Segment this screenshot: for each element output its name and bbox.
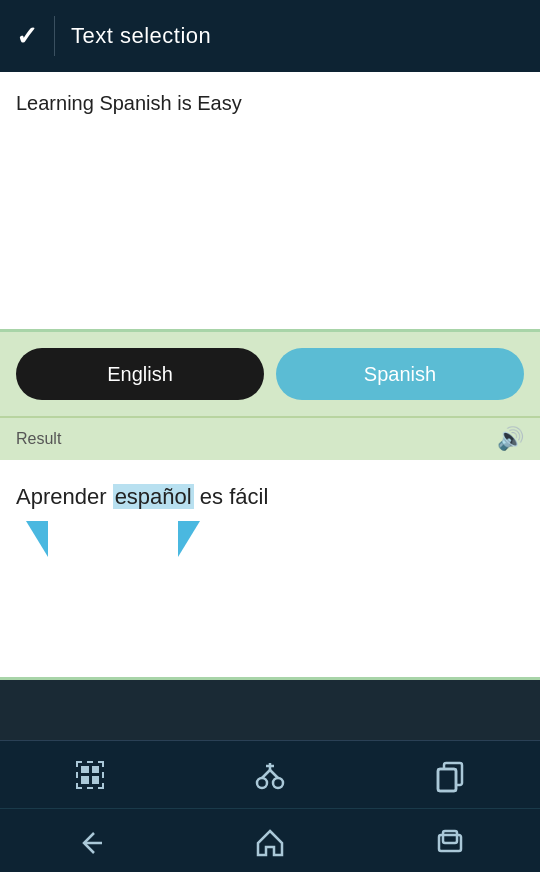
nav-bar [0, 808, 540, 872]
language-bar: English Spanish [0, 332, 540, 418]
selection-handle-right[interactable] [178, 521, 200, 557]
highlighted-word: español [113, 484, 194, 509]
cut-icon [252, 757, 288, 793]
copy-icon [432, 757, 468, 793]
recents-button[interactable] [410, 813, 490, 873]
svg-rect-12 [443, 831, 457, 843]
home-button[interactable] [230, 813, 310, 873]
svg-line-3 [270, 770, 278, 778]
copy-button[interactable] [420, 745, 480, 805]
english-button[interactable]: English [16, 348, 264, 400]
page-title: Text selection [71, 23, 211, 49]
spanish-button[interactable]: Spanish [276, 348, 524, 400]
input-area[interactable]: Learning Spanish is Easy [0, 72, 540, 332]
toolbar [0, 740, 540, 808]
result-content[interactable]: Aprender español es fácil [0, 460, 540, 680]
svg-line-2 [262, 770, 270, 778]
result-text: Aprender español es fácil [16, 480, 524, 513]
recents-icon [434, 827, 466, 859]
input-text: Learning Spanish is Easy [16, 92, 242, 114]
home-icon [254, 827, 286, 859]
svg-rect-7 [438, 769, 456, 791]
back-icon [74, 827, 106, 859]
bottom-gap [0, 680, 540, 740]
back-button[interactable] [50, 813, 130, 873]
svg-point-0 [257, 778, 267, 788]
result-header: Result 🔊 [0, 418, 540, 460]
header: ✓ Text selection [0, 0, 540, 72]
svg-marker-10 [258, 831, 282, 855]
speaker-icon[interactable]: 🔊 [497, 426, 524, 452]
result-label: Result [16, 430, 61, 448]
grid-icon [76, 761, 104, 789]
check-button[interactable]: ✓ [16, 21, 38, 52]
header-divider [54, 16, 55, 56]
cut-button[interactable] [240, 745, 300, 805]
svg-point-1 [273, 778, 283, 788]
selection-handle-left[interactable] [26, 521, 48, 557]
selection-handles [26, 521, 524, 557]
grid-button[interactable] [60, 745, 120, 805]
